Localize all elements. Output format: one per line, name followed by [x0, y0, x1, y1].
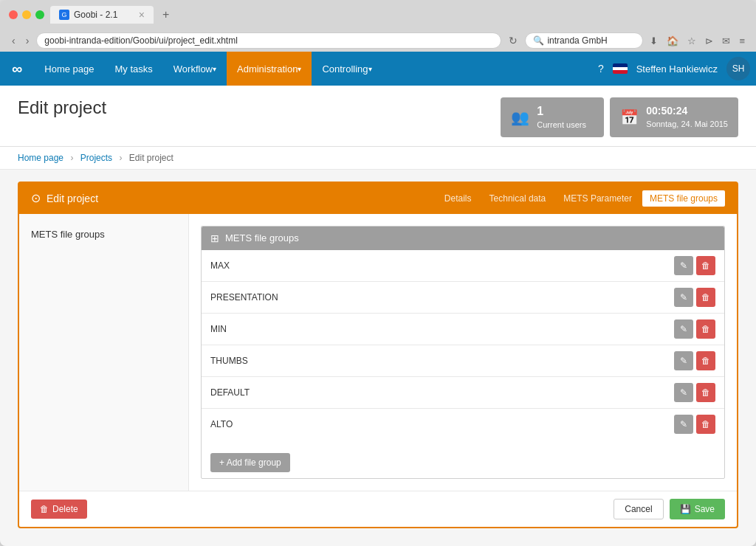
- users-count: 1: [537, 103, 586, 120]
- row-actions: ✎ 🗑: [674, 351, 715, 370]
- table-row: THUMBS ✎ 🗑: [202, 345, 724, 377]
- browser-urlbar: ‹ › goobi-intranda-edition/Goobi/ui/proj…: [0, 30, 756, 52]
- edit-row-button[interactable]: ✎: [674, 256, 693, 275]
- file-group-name: MIN: [210, 324, 674, 334]
- back-button[interactable]: ‹: [9, 33, 18, 48]
- nav-workflow[interactable]: Workflow ▾: [163, 52, 227, 86]
- users-widget: 👥 1 Current users: [501, 97, 604, 137]
- breadcrumb-projects[interactable]: Projects: [80, 153, 112, 163]
- menu-button[interactable]: ≡: [737, 34, 747, 48]
- file-group-name: THUMBS: [210, 356, 674, 366]
- app-logo: ∞: [0, 61, 34, 77]
- tab-mets-file-groups[interactable]: METS file groups: [642, 190, 725, 207]
- nav-administration[interactable]: Administration ▾: [227, 52, 312, 86]
- card-main: ⊞ METS file groups MAX ✎ 🗑 PRESENTATION …: [189, 214, 737, 491]
- app-content: ∞ Home page My tasks Workflow ▾ Administ…: [0, 52, 756, 546]
- delete-row-button[interactable]: 🗑: [696, 383, 715, 402]
- breadcrumb-current: Edit project: [129, 153, 173, 163]
- breadcrumb-home[interactable]: Home page: [18, 153, 63, 163]
- edit-row-button[interactable]: ✎: [674, 383, 693, 402]
- url-bar[interactable]: goobi-intranda-edition/Goobi/ui/project_…: [36, 32, 501, 49]
- delete-icon: 🗑: [40, 504, 49, 514]
- project-card: ⊙ Edit project Details Technical data ME…: [18, 182, 738, 528]
- file-group-name: ALTO: [210, 419, 674, 429]
- save-button[interactable]: 💾 Save: [670, 499, 725, 519]
- tab-favicon: G: [59, 10, 69, 20]
- delete-row-button[interactable]: 🗑: [696, 351, 715, 370]
- cancel-button[interactable]: Cancel: [614, 499, 663, 519]
- help-button[interactable]: ?: [592, 60, 610, 77]
- tab-technical-data[interactable]: Technical data: [482, 190, 554, 207]
- card-sidebar: METS file groups: [19, 214, 189, 491]
- file-group-name: DEFAULT: [210, 387, 674, 398]
- card-tabs: Details Technical data METS Parameter ME…: [437, 190, 725, 207]
- page-title: Edit project: [18, 97, 106, 118]
- tab-mets-parameter[interactable]: METS Parameter: [556, 190, 639, 207]
- tab-close-icon[interactable]: ×: [139, 9, 145, 21]
- edit-row-button[interactable]: ✎: [674, 288, 693, 307]
- delete-button[interactable]: 🗑 Delete: [31, 500, 87, 519]
- mail-button[interactable]: ✉: [720, 34, 732, 48]
- add-file-group-button[interactable]: + Add file group: [210, 453, 290, 472]
- table-row: MIN ✎ 🗑: [202, 314, 724, 345]
- section-title: METS file groups: [225, 232, 299, 243]
- delete-row-button[interactable]: 🗑: [696, 415, 715, 434]
- time-widget: 📅 00:50:24 Sonntag, 24. Mai 2015: [610, 97, 738, 137]
- delete-row-button[interactable]: 🗑: [696, 256, 715, 275]
- bookmark-button[interactable]: ☆: [685, 34, 698, 48]
- mets-section-wrapper: ⊞ METS file groups MAX ✎ 🗑 PRESENTATION …: [201, 226, 725, 479]
- tab-details[interactable]: Details: [437, 190, 479, 207]
- table-row: PRESENTATION ✎ 🗑: [202, 282, 724, 314]
- refresh-button[interactable]: ↻: [506, 33, 520, 48]
- card-header-title: ⊙ Edit project: [31, 191, 98, 205]
- main-content: ⊙ Edit project Details Technical data ME…: [0, 170, 756, 540]
- edit-row-button[interactable]: ✎: [674, 351, 693, 370]
- calendar-icon: 📅: [620, 108, 639, 126]
- controlling-dropdown-icon: ▾: [368, 65, 372, 73]
- home-button[interactable]: 🏠: [664, 34, 681, 48]
- tab-title: Goobi - 2.1: [74, 10, 117, 20]
- delete-row-button[interactable]: 🗑: [696, 288, 715, 307]
- row-actions: ✎ 🗑: [674, 415, 715, 434]
- breadcrumb-sep-1: ›: [70, 153, 73, 163]
- maximize-button[interactable]: [35, 10, 44, 19]
- nav-home[interactable]: Home page: [34, 52, 104, 86]
- table-row: DEFAULT ✎ 🗑: [202, 377, 724, 409]
- sidebar-item-mets-file-groups: METS file groups: [31, 226, 176, 243]
- user-name-label: Steffen Hankiewicz: [630, 63, 724, 75]
- breadcrumb-sep-2: ›: [119, 153, 122, 163]
- nav-controlling[interactable]: Controlling ▾: [312, 52, 382, 86]
- row-actions: ✎ 🗑: [674, 288, 715, 307]
- language-flag[interactable]: [613, 63, 628, 74]
- header-widgets: 👥 1 Current users 📅 00:50:24 Sonntag, 24…: [501, 97, 738, 137]
- minimize-button[interactable]: [22, 10, 31, 19]
- section-header: ⊞ METS file groups: [202, 227, 724, 250]
- browser-tab[interactable]: G Goobi - 2.1 ×: [50, 6, 154, 24]
- nav-tasks[interactable]: My tasks: [104, 52, 162, 86]
- edit-row-button[interactable]: ✎: [674, 319, 693, 339]
- edit-row-button[interactable]: ✎: [674, 415, 693, 434]
- add-group-section: + Add file group: [202, 440, 724, 478]
- nav-right: ? Steffen Hankiewicz SH: [592, 57, 756, 80]
- user-avatar[interactable]: SH: [726, 57, 750, 80]
- table-row: MAX ✎ 🗑: [202, 250, 724, 282]
- search-box[interactable]: 🔍 intranda GmbH: [525, 32, 643, 49]
- users-label: Current users: [537, 120, 586, 131]
- refresh-icon: ⊙: [31, 191, 41, 205]
- history-button[interactable]: ⊳: [703, 34, 715, 48]
- delete-row-button[interactable]: 🗑: [696, 319, 715, 339]
- table-row: ALTO ✎ 🗑: [202, 409, 724, 440]
- widget-date: Sonntag, 24. Mai 2015: [646, 119, 728, 130]
- breadcrumb: Home page › Projects › Edit project: [0, 147, 756, 170]
- file-group-name: PRESENTATION: [210, 292, 674, 303]
- save-icon: 💾: [680, 504, 691, 514]
- widget-time: 00:50:24: [646, 104, 728, 119]
- file-groups-container: MAX ✎ 🗑 PRESENTATION ✎ 🗑 MIN ✎ 🗑 THUMBS …: [202, 250, 724, 440]
- row-actions: ✎ 🗑: [674, 256, 715, 275]
- forward-button[interactable]: ›: [23, 33, 32, 48]
- close-button[interactable]: [9, 10, 18, 19]
- new-tab-button[interactable]: +: [159, 8, 172, 21]
- download-button[interactable]: ⬇: [647, 34, 660, 48]
- card-footer: 🗑 Delete Cancel 💾 Save: [19, 491, 737, 527]
- time-widget-text: 00:50:24 Sonntag, 24. Mai 2015: [646, 104, 728, 130]
